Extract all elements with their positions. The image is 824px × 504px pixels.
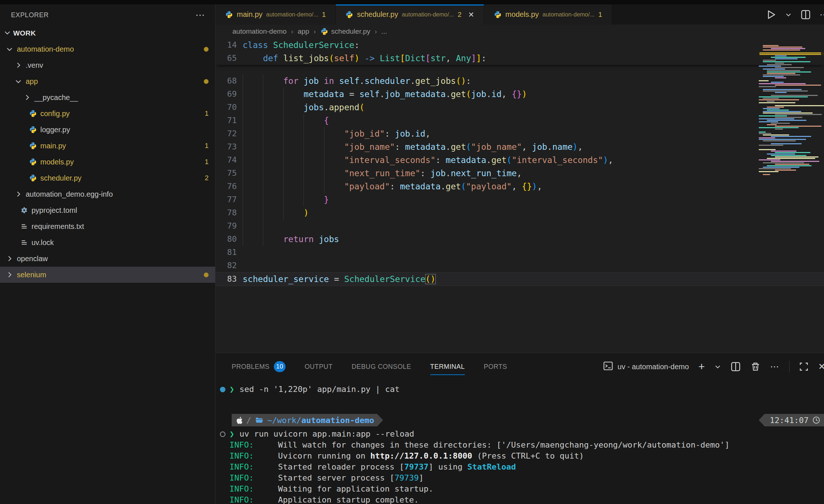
sidebar-item-config-py[interactable]: config.py1 — [0, 105, 215, 122]
minimap-line — [759, 51, 824, 52]
sidebar-item-logger-py[interactable]: logger.py — [0, 122, 215, 138]
breadcrumb-label: scheduler.py — [331, 27, 371, 36]
line-number: 83 — [216, 273, 237, 286]
sidebar-item-uv-lock[interactable]: uv.lock — [0, 234, 215, 251]
breadcrumb-item--[interactable]: ... — [381, 27, 387, 36]
minimap[interactable] — [759, 44, 824, 180]
panel-tab-output[interactable]: OUTPUT — [305, 353, 332, 380]
kill-terminal-button[interactable] — [750, 362, 761, 372]
split-editor-button[interactable] — [801, 10, 811, 20]
minimap-line — [759, 152, 824, 153]
code-editor[interactable]: 14class SchedulerService:65 def list_job… — [216, 38, 824, 353]
run-dropdown-chevron-icon[interactable] — [785, 11, 792, 18]
minimap-line — [759, 170, 824, 171]
explorer-sidebar: EXPLORER ⋯ WORK automation-demo.venvapp_… — [0, 4, 216, 504]
breadcrumb-item-scheduler-py[interactable]: scheduler.py — [320, 27, 371, 36]
explorer-more-actions-icon[interactable]: ⋯ — [195, 10, 206, 21]
line-number: 71 — [216, 114, 237, 127]
sidebar-item-openclaw[interactable]: openclaw — [0, 251, 215, 267]
chevron-right-icon — [23, 93, 32, 102]
minimap-line — [759, 104, 824, 105]
minimap-line — [759, 95, 824, 96]
panel-more-actions-icon[interactable]: ⋯ — [770, 362, 780, 372]
terminal-log-line: INFO: Started server process [79739] — [220, 472, 824, 483]
workspace-header[interactable]: WORK — [0, 26, 215, 41]
split-terminal-button[interactable] — [731, 362, 741, 372]
terminal-dropdown-chevron-icon[interactable] — [714, 363, 721, 370]
chevron-right-icon — [5, 254, 14, 263]
minimap-line — [759, 107, 824, 108]
tab-path-description: automation-demo/... — [542, 11, 595, 18]
close-tab-icon[interactable]: ✕ — [468, 10, 474, 19]
terminal-session-label: uv - automation-demo — [618, 363, 689, 371]
minimap-line — [759, 168, 824, 169]
sidebar-item--venv[interactable]: .venv — [0, 57, 215, 73]
sidebar-item-app[interactable]: app — [0, 73, 215, 89]
minimap-line — [759, 158, 824, 159]
panel-tab-terminal[interactable]: TERMINAL — [430, 353, 465, 380]
sidebar-item-requirements-txt[interactable]: requirements.txt — [0, 218, 215, 234]
tab-models-py[interactable]: models.pyautomation-demo/...1 — [484, 4, 612, 25]
breadcrumb-item-app[interactable]: app — [298, 27, 309, 36]
log-segment: INFO: — [229, 451, 254, 462]
terminal-session-select[interactable]: uv - automation-demo — [603, 361, 689, 373]
code-line-75: 75"next_run_time": job.next_run_time, — [216, 167, 824, 180]
log-segment: 79737 — [404, 462, 428, 472]
minimap-line — [759, 82, 824, 83]
minimap-line — [759, 96, 824, 97]
sticky-line-65: 65 def list_jobs(self) -> List[Dict[str,… — [216, 52, 824, 65]
sidebar-item--pycache-[interactable]: __pycache__ — [0, 89, 215, 105]
folder-icon — [255, 416, 264, 424]
cwd-path: ~/work/automation-demo — [267, 416, 374, 425]
terminal-output[interactable]: ❯sed -n '1,220p' app/main.py | cat/~/wor… — [216, 380, 824, 504]
sidebar-item-scheduler-py[interactable]: scheduler.py2 — [0, 170, 215, 186]
minimap-line — [759, 137, 824, 138]
python-file-icon — [320, 27, 328, 36]
breadcrumb-item-automation-demo[interactable]: automation-demo — [232, 27, 287, 36]
terminal-log-line: INFO: Uvicorn running on http://127.0.0.… — [220, 451, 824, 462]
sidebar-item-automation-demo[interactable]: automation-demo — [0, 41, 215, 57]
minimap-line — [759, 101, 824, 102]
sidebar-item-main-py[interactable]: main.py1 — [0, 138, 215, 154]
minimap-line — [759, 105, 824, 106]
breadcrumb-label: ... — [381, 27, 387, 36]
item-label: app — [26, 77, 38, 86]
panel-tab-problems[interactable]: PROBLEMS10 — [232, 353, 286, 380]
minimap-line — [759, 167, 824, 168]
close-panel-button[interactable]: ✕ — [818, 362, 824, 372]
minimap-line — [759, 90, 824, 92]
breadcrumb: automation-demo›app›scheduler.py›... — [216, 25, 824, 38]
minimap-line — [759, 58, 824, 59]
panel-tab-label: OUTPUT — [305, 363, 332, 371]
sidebar-item-selenium[interactable]: selenium — [0, 267, 215, 283]
tab-problem-count: 1 — [322, 11, 326, 19]
minimap-line — [759, 136, 824, 137]
tab-main-py[interactable]: main.pyautomation-demo/...1 — [216, 4, 336, 25]
item-label: main.py — [40, 142, 66, 150]
minimap-line — [759, 164, 824, 165]
minimap-line — [759, 57, 824, 58]
editor-more-actions-icon[interactable]: ⋯ — [820, 10, 824, 20]
terminal-log-line: INFO: Will watch for changes in these di… — [220, 440, 824, 451]
sidebar-item-pyproject-toml[interactable]: pyproject.toml — [0, 202, 215, 218]
panel-tab-debug-console[interactable]: DEBUG CONSOLE — [352, 353, 411, 380]
minimap-line — [759, 111, 824, 112]
sidebar-item-models-py[interactable]: models.py1 — [0, 154, 215, 170]
workspace-name: WORK — [13, 29, 36, 37]
panel-tab-ports[interactable]: PORTS — [484, 353, 507, 380]
maximize-panel-button[interactable] — [799, 362, 809, 371]
list-file-icon — [20, 222, 29, 231]
command-decoration-icon[interactable] — [220, 387, 229, 392]
command-decoration-icon[interactable] — [220, 431, 229, 437]
new-terminal-button[interactable]: + — [698, 360, 705, 373]
tab-path-description: automation-demo/... — [402, 11, 454, 18]
minimap-line — [759, 89, 824, 90]
run-python-file-button[interactable] — [765, 9, 776, 20]
tab-problem-count: 2 — [458, 11, 462, 19]
tab-scheduler-py[interactable]: scheduler.pyautomation-demo/...2✕ — [336, 4, 484, 25]
log-segment: INFO: — [229, 440, 254, 451]
minimap-line — [759, 45, 824, 46]
minimap-line — [759, 142, 824, 143]
code-line-81: 81 — [216, 246, 824, 259]
sidebar-item-automation-demo-egg-info[interactable]: automation_demo.egg-info — [0, 186, 215, 202]
